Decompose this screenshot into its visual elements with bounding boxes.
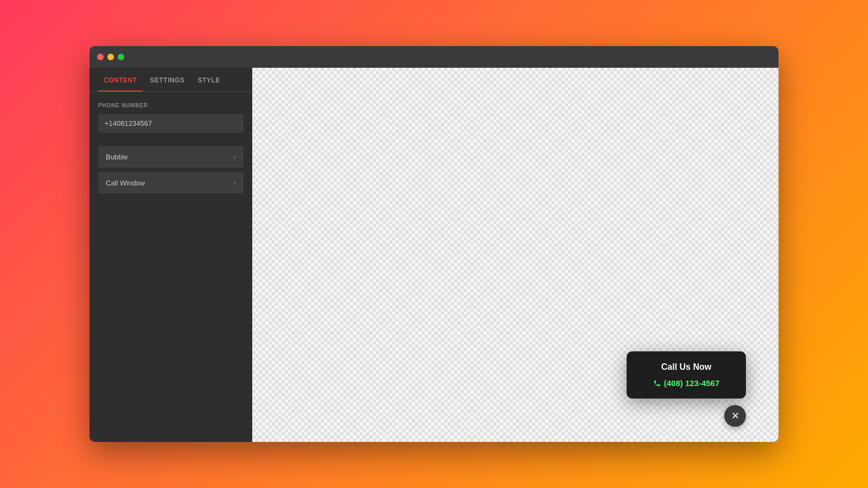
tab-style[interactable]: STYLE [193,68,226,92]
call-widget: Call Us Now (408) 123-4567 [627,351,746,399]
close-widget-button[interactable]: ✕ [724,405,746,427]
call-widget-phone[interactable]: (408) 123-4567 [642,378,731,388]
chevron-right-icon: › [233,152,236,161]
chevron-right-icon: › [233,178,236,187]
bubble-label: Bubble [106,153,127,161]
tab-bar: CONTENT SETTINGS STYLE [90,68,252,92]
phone-number-input[interactable] [98,114,244,133]
fullscreen-button[interactable] [118,54,124,60]
title-bar [90,46,778,68]
call-window-list-item[interactable]: Call Window › [98,172,244,194]
call-window-label: Call Window [106,179,145,187]
phone-icon [653,380,661,387]
traffic-lights [97,54,124,60]
tab-content[interactable]: CONTENT [98,68,143,92]
window-body: CONTENT SETTINGS STYLE PHONE NUMBER Bubb… [90,68,778,442]
phone-number-display: (408) 123-4567 [664,378,720,388]
minimize-button[interactable] [107,54,114,60]
close-button[interactable] [97,54,104,60]
tab-settings[interactable]: SETTINGS [145,68,190,92]
app-window: CONTENT SETTINGS STYLE PHONE NUMBER Bubb… [90,46,778,442]
sidebar-content: PHONE NUMBER Bubble › Call Window › [90,92,252,442]
preview-area: Call Us Now (408) 123-4567 ✕ [252,68,778,442]
call-widget-title: Call Us Now [642,362,731,372]
phone-number-label: PHONE NUMBER [98,102,244,108]
sidebar: CONTENT SETTINGS STYLE PHONE NUMBER Bubb… [90,68,252,442]
bubble-list-item[interactable]: Bubble › [98,146,244,168]
